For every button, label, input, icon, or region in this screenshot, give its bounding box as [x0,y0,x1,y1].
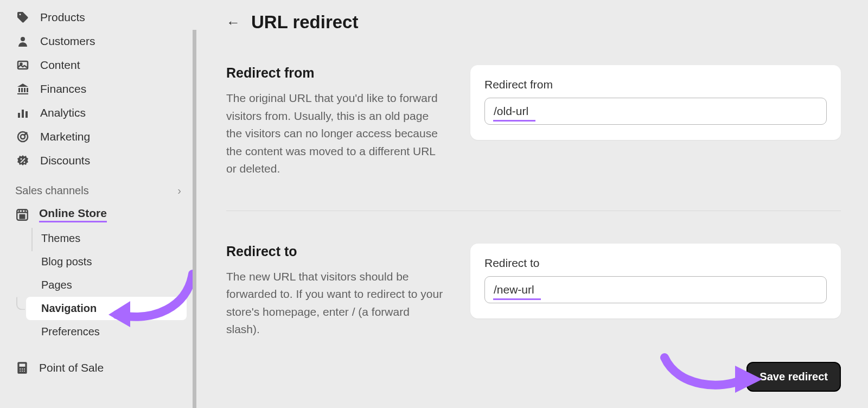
section-redirect-from: Redirect from The original URL that you'… [226,65,841,211]
nav-label: Customers [40,35,95,48]
svg-rect-5 [25,111,28,118]
nav-item-online-store[interactable]: Online Store [10,202,187,227]
field-label: Redirect to [484,257,827,270]
section-form: Redirect from [470,65,841,178]
card-redirect-from: Redirect from [470,65,841,140]
svg-point-14 [22,368,23,369]
annotation-underline [493,120,535,122]
svg-rect-3 [18,113,20,118]
nav-item-finances[interactable]: Finances [10,77,187,101]
nav-label: Analytics [40,106,86,119]
nav-label: Discounts [40,154,90,167]
chevron-right-icon: › [177,184,181,197]
nav-label: Finances [40,82,86,95]
svg-rect-4 [22,110,24,118]
online-store-subnav: Themes Blog posts Pages Navigation Prefe… [26,227,187,343]
svg-point-0 [21,37,25,41]
section-form: Redirect to [470,244,841,339]
target-icon [15,129,30,144]
redirect-from-input[interactable] [484,98,827,125]
svg-point-8 [21,158,22,160]
section-description: The original URL that you'd like to forw… [226,90,443,178]
subnav-item-themes[interactable]: Themes [26,227,187,250]
main-content: ← URL redirect Redirect from The origina… [196,0,868,408]
nav-label: Online Store [39,207,107,222]
back-arrow-icon[interactable]: ← [226,14,240,31]
svg-point-16 [20,371,21,372]
card-redirect-to: Redirect to [470,244,841,318]
section-label: Sales channels [15,184,89,197]
subnav-item-navigation[interactable]: Navigation [26,297,187,320]
svg-point-9 [24,162,25,163]
save-redirect-button[interactable]: Save redirect [746,362,841,392]
nav-item-analytics[interactable]: Analytics [10,101,187,125]
person-icon [15,34,30,49]
main-nav: Products Customers Content Finances Anal… [10,5,187,173]
tag-icon [15,10,30,25]
annotation-underline [493,298,541,300]
svg-point-17 [22,371,23,372]
nav-label: Marketing [40,130,90,143]
nav-item-discounts[interactable]: Discounts [10,149,187,173]
section-redirect-to: Redirect to The new URL that visitors sh… [226,211,841,371]
page-header: ← URL redirect [226,12,841,33]
bank-icon [15,81,30,97]
svg-point-15 [24,368,25,369]
nav-item-marketing[interactable]: Marketing [10,125,187,149]
nav-item-customers[interactable]: Customers [10,29,187,53]
nav-item-products[interactable]: Products [10,5,187,29]
pos-icon [15,361,29,375]
nav-label: Point of Sale [39,361,104,374]
section-info: Redirect to The new URL that visitors sh… [226,244,443,339]
svg-point-18 [24,371,25,372]
svg-rect-1 [18,61,28,69]
subnav-item-pages[interactable]: Pages [26,273,187,297]
store-icon [15,208,29,222]
nav-label: Content [40,59,80,72]
image-icon [15,58,30,73]
section-heading: Redirect to [226,244,443,259]
sidebar: Products Customers Content Finances Anal… [0,0,196,408]
nav-item-point-of-sale[interactable]: Point of Sale [10,343,187,379]
page-title: URL redirect [251,12,358,33]
section-heading: Redirect from [226,65,443,81]
svg-rect-12 [20,364,25,366]
svg-point-13 [20,368,21,369]
subnav-item-blog-posts[interactable]: Blog posts [26,250,187,273]
field-label: Redirect from [484,78,827,91]
section-description: The new URL that visitors should be forw… [226,268,443,339]
section-info: Redirect from The original URL that you'… [226,65,443,178]
subnav-item-preferences[interactable]: Preferences [26,320,187,343]
nav-item-content[interactable]: Content [10,53,187,77]
bars-icon [15,105,30,120]
section-header-sales-channels[interactable]: Sales channels › [10,173,187,202]
svg-rect-11 [20,215,25,219]
percent-icon [15,153,30,168]
nav-label: Products [40,11,85,24]
